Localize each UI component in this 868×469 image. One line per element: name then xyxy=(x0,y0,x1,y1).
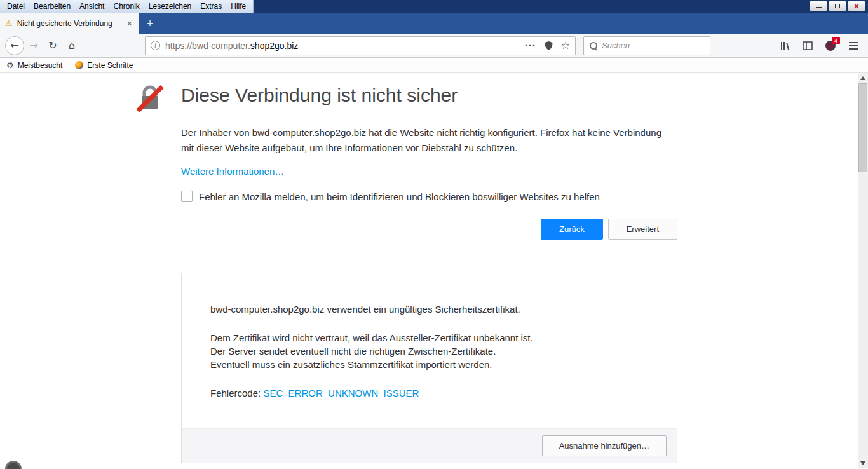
tab-bar: ⚠ Nicht gesicherte Verbindung × + xyxy=(0,13,868,34)
page-actions-icon[interactable]: ··· xyxy=(525,40,536,51)
toolbar-right-cluster: 4 xyxy=(775,36,863,55)
cert-detail-line: Eventuell muss ein zusätzliches Stammzer… xyxy=(210,358,648,371)
minimize-button[interactable] xyxy=(810,1,827,11)
cert-error-page: Diese Verbindung ist nicht sicher Der In… xyxy=(181,73,677,463)
library-icon[interactable] xyxy=(775,36,794,55)
action-buttons: Zurück Erweitert xyxy=(181,219,677,240)
menu-ansicht[interactable]: Ansicht xyxy=(75,1,109,12)
report-error-row: Fehler an Mozilla melden, um beim Identi… xyxy=(181,191,677,202)
scroll-down-arrow[interactable] xyxy=(860,461,865,465)
bookmark-erste-schritte[interactable]: Erste Schritte xyxy=(75,61,133,70)
error-code-label: Fehlercode: xyxy=(210,388,263,398)
url-text[interactable]: https://bwd-computer.shop2go.biz xyxy=(165,41,520,51)
report-checkbox[interactable] xyxy=(181,191,193,202)
bookmark-meistbesucht[interactable]: ⚙ Meistbesucht xyxy=(6,61,62,70)
minimize-icon xyxy=(816,7,822,8)
cert-detail-lines: Dem Zertifikat wird nicht vertraut, weil… xyxy=(210,331,648,371)
close-window-button[interactable]: × xyxy=(848,1,865,11)
scroll-thumb[interactable] xyxy=(858,83,867,172)
sidebar-toggle-icon[interactable] xyxy=(798,36,817,55)
go-back-button[interactable]: Zurück xyxy=(541,219,603,240)
search-bar[interactable] xyxy=(583,36,710,55)
advanced-button[interactable]: Erweitert xyxy=(608,219,677,240)
bookmarks-toolbar: ⚙ Meistbesucht Erste Schritte xyxy=(0,58,868,73)
navigation-toolbar: ← → ↻ ⌂ i https://bwd-computer.shop2go.b… xyxy=(0,34,868,58)
scroll-up-arrow[interactable] xyxy=(860,76,865,80)
menu-bar: Datei Bearbeiten Ansicht Chronik Lesezei… xyxy=(0,0,254,13)
tab-close-icon[interactable]: × xyxy=(126,19,133,28)
page-title: Diese Verbindung ist nicht sicher xyxy=(181,85,677,106)
back-button[interactable]: ← xyxy=(5,36,24,55)
tab-label: Nicht gesicherte Verbindung xyxy=(17,19,121,28)
screen-overlay-indicator xyxy=(5,461,22,469)
home-button[interactable]: ⌂ xyxy=(62,36,81,55)
url-prefix: https://bwd-computer. xyxy=(165,41,250,51)
cert-detail-line: Dem Zertifikat wird nicht vertraut, weil… xyxy=(210,331,648,344)
menu-bearbeiten[interactable]: Bearbeiten xyxy=(29,1,75,12)
bookmark-star-icon[interactable]: ☆ xyxy=(561,39,570,51)
error-description: Der Inhaber von bwd-computer.shop2go.biz… xyxy=(181,125,674,156)
site-info-icon[interactable]: i xyxy=(151,41,160,50)
shield-icon[interactable] xyxy=(544,41,553,51)
new-tab-button[interactable]: + xyxy=(140,15,160,32)
menu-chronik[interactable]: Chronik xyxy=(109,1,144,12)
firefox-icon xyxy=(75,61,83,69)
url-bar[interactable]: i https://bwd-computer.shop2go.biz ··· ☆ xyxy=(145,36,576,55)
url-actions: ··· ☆ xyxy=(525,39,570,51)
window-controls: × xyxy=(810,0,868,13)
url-domain: shop2go.biz xyxy=(250,41,299,51)
menu-hamburger-icon[interactable] xyxy=(844,36,863,55)
advanced-panel: bwd-computer.shop2go.biz verwendet ein u… xyxy=(181,273,677,463)
page-content: Diese Verbindung ist nicht sicher Der In… xyxy=(0,73,868,468)
maximize-icon xyxy=(835,4,840,8)
menu-extras[interactable]: Extras xyxy=(196,1,226,12)
warning-icon: ⚠ xyxy=(5,19,13,27)
extension-icon[interactable]: 4 xyxy=(821,36,840,55)
add-exception-button[interactable]: Ausnahme hinzufügen… xyxy=(542,435,667,456)
reload-button[interactable]: ↻ xyxy=(43,36,62,55)
titlebar: Datei Bearbeiten Ansicht Chronik Lesezei… xyxy=(0,0,868,13)
forward-button[interactable]: → xyxy=(24,36,43,55)
menu-datei[interactable]: Datei xyxy=(3,1,29,12)
gear-icon: ⚙ xyxy=(6,61,14,69)
maximize-button[interactable] xyxy=(829,1,846,11)
search-input[interactable] xyxy=(602,41,714,50)
report-checkbox-label: Fehler an Mozilla melden, um beim Identi… xyxy=(199,191,600,202)
tab-insecure-connection[interactable]: ⚠ Nicht gesicherte Verbindung × xyxy=(0,13,139,34)
error-code-link[interactable]: SEC_ERROR_UNKNOWN_ISSUER xyxy=(263,388,419,398)
menu-hilfe[interactable]: Hilfe xyxy=(226,1,250,12)
vertical-scrollbar[interactable] xyxy=(858,73,868,468)
advanced-panel-body: bwd-computer.shop2go.biz verwendet ein u… xyxy=(182,273,677,428)
titlebar-drag-area xyxy=(254,0,810,13)
advanced-panel-footer: Ausnahme hinzufügen… xyxy=(182,428,677,463)
cert-detail-line: Der Server sendet eventuell nicht die ri… xyxy=(210,344,648,358)
menu-lesezeichen[interactable]: Lesezeichen xyxy=(144,1,196,12)
error-code-line: Fehlercode: SEC_ERROR_UNKNOWN_ISSUER xyxy=(210,386,648,400)
cert-invalid-line: bwd-computer.shop2go.biz verwendet ein u… xyxy=(210,302,648,316)
search-icon xyxy=(589,41,598,50)
learn-more-link[interactable]: Weitere Informationen… xyxy=(181,166,284,177)
bookmark-label: Erste Schritte xyxy=(87,61,133,70)
browser-window: Datei Bearbeiten Ansicht Chronik Lesezei… xyxy=(0,0,868,469)
broken-lock-icon xyxy=(135,83,165,112)
bookmark-label: Meistbesucht xyxy=(18,61,63,70)
extension-badge: 4 xyxy=(832,37,840,44)
